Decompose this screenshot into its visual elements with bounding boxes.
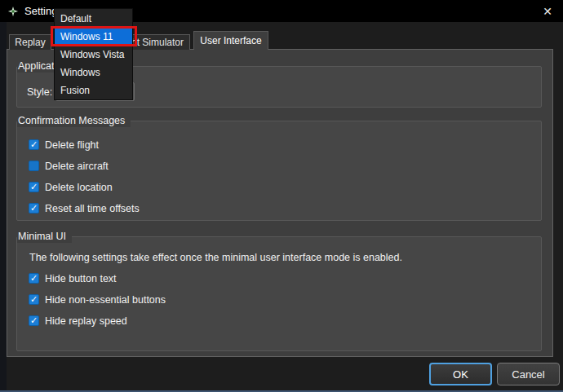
style-label: Style: — [27, 86, 52, 98]
confirmation-messages-groupbox: Confirmation Messages ✓ Delete flight ✓ — [16, 121, 542, 221]
checkbox-label: Delete aircraft — [45, 161, 109, 172]
settings-window: Settings ✕ Replay Flight Simulator User … — [0, 0, 563, 392]
dropdown-item-label: Windows Vista — [60, 49, 124, 60]
minimal-ui-content: The following settings take effect once … — [29, 251, 533, 337]
checkbox-row[interactable]: ✓ Delete flight — [29, 139, 533, 150]
confirmation-checkbox-list: ✓ Delete flight ✓ Delete aircraft — [29, 139, 533, 224]
tab-label: Replay — [15, 37, 45, 48]
dropdown-item-label: Default — [60, 13, 91, 24]
checkbox[interactable]: ✓ — [29, 273, 39, 284]
settings-tabbar: Replay Flight Simulator User Interface — [9, 31, 268, 50]
dropdown-item-label: Fusion — [60, 85, 90, 96]
checkbox[interactable]: ✓ — [29, 161, 39, 171]
dropdown-item[interactable]: Default — [55, 10, 132, 28]
style-row: Style: — [27, 82, 52, 101]
minimal-ui-group-title: Minimal UI — [17, 231, 72, 243]
dropdown-item-label: Windows — [60, 67, 100, 78]
dropdown-item[interactable]: Fusion — [55, 81, 132, 99]
cancel-button[interactable]: Cancel — [497, 363, 560, 385]
ok-button[interactable]: OK — [429, 363, 492, 385]
checkbox-row[interactable]: ✓ Hide non-essential buttons — [29, 294, 533, 305]
dropdown-item[interactable]: Windows — [55, 64, 132, 81]
style-dropdown-popup: Default Windows 11 Windows Vista Windows… — [54, 8, 133, 100]
check-icon: ✓ — [30, 183, 38, 192]
check-icon: ✓ — [30, 316, 38, 325]
checkbox[interactable]: ✓ — [29, 139, 39, 150]
checkbox-row[interactable]: ✓ Hide replay speed — [29, 315, 533, 326]
checkbox[interactable]: ✓ — [29, 182, 39, 192]
minimal-ui-checkbox-list: ✓ Hide button text ✓ Hide non-essential … — [29, 273, 533, 326]
checkbox-label: Reset all time offsets — [45, 203, 140, 214]
minimal-ui-groupbox: Minimal UI The following settings take e… — [16, 236, 542, 351]
confirmation-group-title: Confirmation Messages — [17, 115, 131, 127]
checkbox-row[interactable]: ✓ Hide button text — [29, 273, 533, 284]
checkbox[interactable]: ✓ — [29, 315, 39, 326]
close-icon[interactable]: ✕ — [535, 0, 560, 22]
check-icon: ✓ — [30, 140, 38, 149]
checkbox[interactable]: ✓ — [29, 294, 39, 305]
check-icon: ✓ — [30, 204, 38, 213]
checkbox-label: Hide replay speed — [45, 315, 127, 327]
check-icon: ✓ — [30, 295, 38, 304]
checkbox[interactable]: ✓ — [29, 203, 39, 214]
checkbox-label: Hide button text — [45, 273, 117, 284]
checkbox-label: Delete location — [45, 182, 113, 193]
dropdown-item[interactable]: Windows 11 — [55, 28, 132, 46]
dropdown-item[interactable]: Windows Vista — [55, 46, 132, 64]
background-strip — [0, 22, 7, 390]
check-icon: ✓ — [30, 274, 38, 283]
tab-label: User Interface — [200, 35, 261, 46]
settings-tab[interactable]: Replay — [9, 34, 51, 50]
checkbox-label: Delete flight — [45, 139, 99, 151]
checkbox-label: Hide non-essential buttons — [45, 294, 166, 306]
app-plane-icon — [7, 5, 20, 18]
settings-tab[interactable]: User Interface — [193, 31, 268, 50]
checkbox-row[interactable]: ✓ Delete location — [29, 182, 533, 192]
checkbox-row[interactable]: ✓ Delete aircraft — [29, 161, 533, 171]
checkbox-row[interactable]: ✓ Reset all time offsets — [29, 203, 533, 214]
dropdown-item-label: Windows 11 — [60, 31, 113, 42]
minimal-ui-description: The following settings take effect once … — [29, 251, 533, 264]
